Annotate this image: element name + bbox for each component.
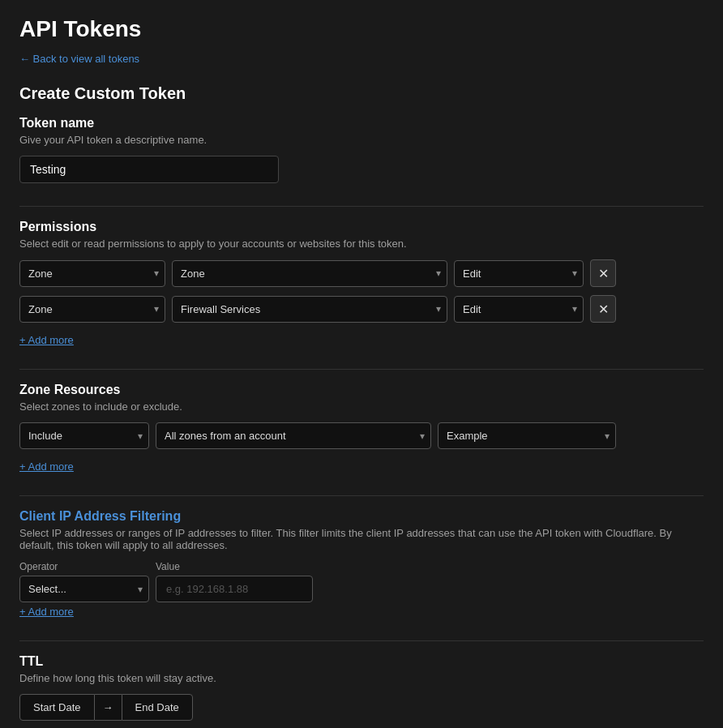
zone-resources-section: Zone Resources Select zones to include o… [19,383,704,473]
client-ip-description: Select IP addresses or ranges of IP addr… [19,527,704,551]
zone-resources-description: Select zones to include or exclude. [19,400,704,413]
zone-resources-row-1: Include Exclude All zones from an accoun… [19,422,704,449]
zone-type-select-wrapper: All zones from an account Specific zone [156,422,431,449]
category-select-wrapper-2: Zone Account User [19,296,165,323]
end-date-button[interactable]: End Date [122,694,193,721]
token-name-section: Token name Give your API token a descrip… [19,116,704,183]
category-select-2[interactable]: Zone Account User [19,296,165,323]
remove-icon-1: ✕ [598,266,609,281]
start-date-button[interactable]: Start Date [19,694,95,721]
permissions-row-2: Zone Account User Zone Firewall Services… [19,295,704,323]
remove-icon-2: ✕ [598,302,609,317]
include-select-wrapper: Include Exclude [19,422,149,449]
token-name-input[interactable] [19,156,279,183]
token-name-label: Token name [19,116,704,131]
ttl-label: TTL [19,654,704,669]
client-ip-label: Client IP Address Filtering [19,509,704,524]
client-ip-section: Client IP Address Filtering Select IP ad… [19,509,704,618]
category-select-wrapper-1: Zone Account User [19,260,165,287]
operator-select-wrapper: Select... is in is not in [19,576,149,602]
permission-select-1[interactable]: Edit Read [454,260,584,287]
permissions-description: Select edit or read permissions to apply… [19,238,704,250]
ttl-row: Start Date → End Date [19,694,704,721]
divider-4 [19,640,704,641]
resource-select-wrapper-2: Zone Firewall Services Cache Rules DNS [172,296,447,323]
remove-permission-row-1-button[interactable]: ✕ [590,259,616,287]
page-title: API Tokens [19,16,704,42]
account-select[interactable]: Example [438,422,616,449]
operator-label: Operator [19,561,149,572]
divider-1 [19,206,704,207]
ip-columns: Operator Select... is in is not in Value [19,561,704,602]
include-select[interactable]: Include Exclude [19,422,149,449]
zone-resources-label: Zone Resources [19,383,704,397]
permissions-row-1: Zone Account User Zone Firewall Services… [19,259,704,287]
operator-column: Operator Select... is in is not in [19,561,149,602]
token-name-description: Give your API token a descriptive name. [19,134,704,146]
resource-select-1[interactable]: Zone Firewall Services Cache Rules DNS [172,260,447,287]
ttl-arrow-icon: → [95,694,122,721]
ttl-section: TTL Define how long this token will stay… [19,654,704,721]
permissions-add-more-link[interactable]: + Add more [19,334,74,346]
resource-select-wrapper-1: Zone Firewall Services Cache Rules DNS [172,260,447,287]
permissions-label: Permissions [19,220,704,234]
ip-value-input[interactable] [156,576,313,602]
form-title: Create Custom Token [19,84,704,103]
value-column: Value [156,561,704,602]
permission-select-2[interactable]: Edit Read [454,296,584,323]
ttl-description: Define how long this token will stay act… [19,672,704,684]
back-to-tokens-link[interactable]: ← Back to view all tokens [19,53,139,65]
permission-select-wrapper-1: Edit Read [454,260,584,287]
account-select-wrapper: Example [438,422,616,449]
client-ip-add-more-link[interactable]: + Add more [19,606,74,618]
permissions-section: Permissions Select edit or read permissi… [19,220,704,346]
permission-select-wrapper-2: Edit Read [454,296,584,323]
operator-select[interactable]: Select... is in is not in [19,576,149,602]
remove-permission-row-2-button[interactable]: ✕ [590,295,616,323]
category-select-1[interactable]: Zone Account User [19,260,165,287]
zone-type-select[interactable]: All zones from an account Specific zone [156,422,431,449]
value-label: Value [156,561,704,572]
resource-select-2[interactable]: Zone Firewall Services Cache Rules DNS [172,296,447,323]
divider-3 [19,495,704,496]
zone-resources-add-more-link[interactable]: + Add more [19,460,74,473]
divider-2 [19,369,704,370]
